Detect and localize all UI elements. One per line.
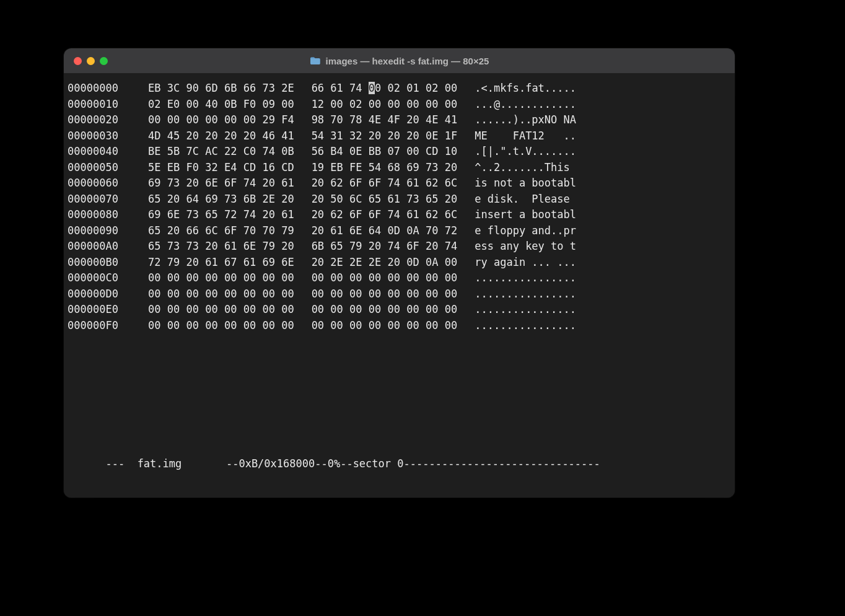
hex-byte[interactable]: 61 — [406, 177, 419, 189]
hex-byte[interactable]: B4 — [330, 145, 343, 157]
ascii[interactable]: .<.mkfs.fat..... — [475, 81, 576, 97]
hex-byte[interactable]: 74 — [445, 240, 457, 252]
hex-byte[interactable]: 74 — [262, 145, 274, 157]
hex-byte[interactable]: 00 — [369, 98, 381, 110]
hex-byte[interactable]: 62 — [426, 177, 438, 189]
hex-byte[interactable]: CD — [281, 161, 294, 174]
hex-byte[interactable]: 00 — [262, 288, 274, 300]
hex-byte[interactable]: 00 — [262, 303, 274, 315]
hex-byte[interactable]: 61 — [281, 208, 294, 221]
ascii[interactable]: ...@............ — [475, 97, 576, 113]
hex-byte[interactable]: 6F — [349, 177, 362, 189]
close-icon[interactable] — [74, 57, 82, 65]
hex-byte[interactable]: 20 — [205, 240, 217, 252]
hex-byte[interactable]: 02 — [349, 98, 362, 110]
hex-byte[interactable]: 00 — [167, 319, 180, 332]
hex-byte[interactable]: 79 — [349, 240, 362, 252]
hex-byte[interactable]: 20 — [186, 256, 198, 268]
hex-byte[interactable]: 32 — [349, 130, 362, 142]
hex-byte[interactable]: 61 — [281, 177, 294, 189]
hex-byte[interactable]: 79 — [262, 240, 274, 252]
hex-bytes-left[interactable]: 65 73 73 20 61 6E 79 20 — [148, 239, 294, 255]
hex-byte[interactable]: 00 — [445, 271, 457, 284]
ascii[interactable]: ess any key to t — [475, 239, 576, 255]
hex-byte[interactable]: 65 — [330, 240, 343, 252]
hex-byte[interactable]: 00 — [330, 271, 343, 284]
hex-byte[interactable]: 98 — [312, 113, 324, 126]
ascii[interactable]: e floppy and..pr — [475, 223, 576, 239]
hex-byte[interactable]: 20 — [312, 208, 324, 221]
hex-bytes-right[interactable]: 20 61 6E 64 0D 0A 70 72 — [312, 223, 458, 239]
hex-byte[interactable]: 00 — [388, 303, 400, 315]
hex-byte[interactable]: 6C — [445, 177, 457, 189]
hex-byte[interactable]: 00 — [312, 288, 324, 300]
hex-byte[interactable]: 00 — [426, 288, 438, 300]
hex-byte[interactable]: EB — [330, 161, 343, 174]
hex-byte[interactable]: 61 — [330, 224, 343, 237]
ascii[interactable]: insert a bootabl — [475, 207, 576, 223]
hex-byte[interactable]: 0D — [406, 256, 419, 268]
hex-byte[interactable]: 74 — [243, 208, 256, 221]
hex-byte[interactable]: E0 — [167, 98, 180, 110]
hex-bytes-left[interactable]: 00 00 00 00 00 00 29 F4 — [148, 112, 294, 128]
ascii[interactable]: .[|.".t.V....... — [475, 144, 576, 160]
hex-byte[interactable]: 62 — [330, 208, 343, 221]
hex-byte[interactable]: 00 — [388, 98, 400, 110]
hex-byte[interactable]: 72 — [445, 224, 457, 237]
hex-byte[interactable]: 02 — [388, 82, 400, 94]
hex-byte[interactable]: 66 — [186, 224, 198, 237]
hex-byte[interactable]: 61 — [205, 256, 217, 268]
hex-byte[interactable]: 20 — [426, 240, 438, 252]
hex-byte[interactable]: 66 — [312, 82, 324, 94]
hex-byte[interactable]: 73 — [406, 193, 419, 205]
hex-byte[interactable]: 6B — [312, 240, 324, 252]
hex-byte[interactable]: 7C — [186, 145, 198, 157]
hex-byte[interactable]: 54 — [369, 161, 381, 174]
hex-byte[interactable]: 79 — [167, 256, 180, 268]
hex-bytes-right[interactable]: 54 31 32 20 20 20 0E 1F — [312, 128, 458, 144]
hex-byte[interactable]: 00 — [445, 256, 457, 268]
hex-byte[interactable]: 6F — [224, 224, 237, 237]
hex-byte[interactable]: 00 — [330, 303, 343, 315]
hex-byte[interactable]: 02 — [426, 82, 438, 94]
hex-byte[interactable]: 70 — [262, 224, 274, 237]
hex-bytes-right[interactable]: 20 2E 2E 2E 20 0D 0A 00 — [312, 255, 458, 271]
hex-bytes-right[interactable]: 6B 65 79 20 74 6F 20 74 — [312, 239, 458, 255]
hex-byte[interactable]: 0A — [406, 224, 419, 237]
ascii[interactable]: ME FAT12 .. — [475, 128, 576, 144]
hex-byte[interactable]: 41 — [445, 113, 457, 126]
hex-byte[interactable]: 6F — [349, 208, 362, 221]
hex-byte[interactable]: 01 — [406, 82, 419, 94]
hex-byte[interactable]: 65 — [148, 224, 160, 237]
hex-byte[interactable]: 72 — [224, 208, 237, 221]
ascii[interactable]: ......)..pxNO NA — [475, 112, 576, 128]
hex-byte[interactable]: 00 — [167, 288, 180, 300]
hex-byte[interactable]: 6E — [243, 240, 256, 252]
cursor[interactable]: 0 — [369, 82, 375, 94]
hex-byte[interactable]: 70 — [426, 224, 438, 237]
hex-byte[interactable]: 00 — [167, 303, 180, 315]
hex-bytes-left[interactable]: 65 20 64 69 73 6B 2E 20 — [148, 191, 294, 208]
hex-byte[interactable]: 00 — [148, 271, 160, 284]
hex-byte[interactable]: 00 — [243, 271, 256, 284]
hex-byte[interactable]: 0E — [349, 145, 362, 157]
hex-byte[interactable]: 00 — [167, 271, 180, 284]
hex-bytes-left[interactable]: 69 73 20 6E 6F 74 20 61 — [148, 175, 294, 191]
hex-byte[interactable]: 74 — [349, 82, 362, 94]
hex-byte[interactable]: 73 — [224, 193, 237, 205]
ascii[interactable]: ................ — [475, 270, 576, 286]
hex-byte[interactable]: 6F — [369, 177, 381, 189]
hex-byte[interactable]: 20 — [167, 224, 180, 237]
hex-bytes-right[interactable]: 19 EB FE 54 68 69 73 20 — [312, 160, 458, 176]
hex-bytes-left[interactable]: 69 6E 73 65 72 74 20 61 — [148, 207, 294, 223]
hex-byte[interactable]: 2E — [369, 256, 381, 268]
hex-byte[interactable]: 31 — [330, 130, 343, 142]
hex-byte[interactable]: 70 — [243, 224, 256, 237]
hex-byte[interactable]: 61 — [388, 193, 400, 205]
hex-byte[interactable]: 07 — [388, 145, 400, 157]
hex-byte[interactable]: BB — [369, 145, 381, 157]
hex-byte[interactable]: FE — [349, 161, 362, 174]
hex-byte[interactable]: 61 — [330, 82, 343, 94]
hex-byte[interactable]: 00 — [224, 303, 237, 315]
hex-byte[interactable]: 00 — [224, 288, 237, 300]
